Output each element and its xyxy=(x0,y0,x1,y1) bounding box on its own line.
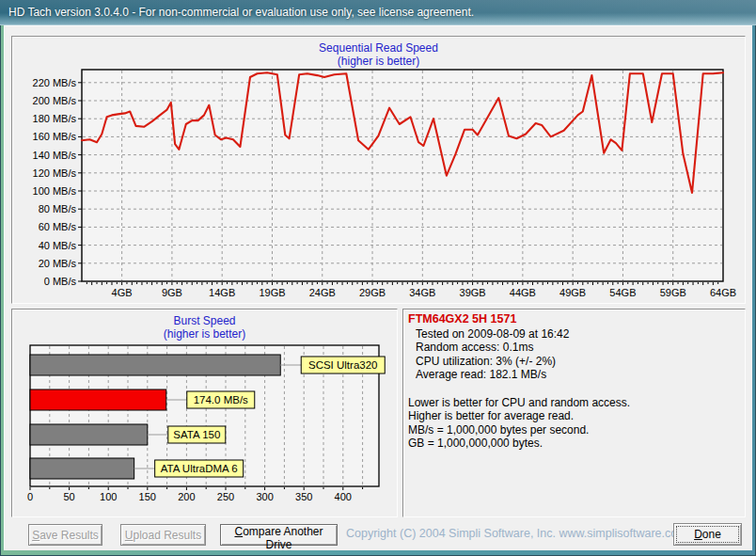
copyright-text: Copyright (C) 2004 Simpli Software, Inc.… xyxy=(346,527,675,540)
burst-bar xyxy=(30,458,134,479)
note-mbs-definition: MB/s = 1,000,000 bytes per second. xyxy=(408,423,739,437)
y-axis-label: 120 MB/s xyxy=(33,167,77,179)
x-axis-label: 64GB xyxy=(710,287,736,298)
x-axis-label: 49GB xyxy=(559,287,586,298)
x-axis-label: 4GB xyxy=(112,287,133,298)
seq-chart-title: Sequential Read Speed xyxy=(12,41,745,55)
upload-results-button[interactable]: Upload Results xyxy=(120,524,206,546)
bar-label: 174.0 MB/s xyxy=(194,394,248,405)
note-higher-better: Higher is better for average read. xyxy=(408,409,739,423)
burst-bar xyxy=(30,355,280,375)
x-axis-label: 200 xyxy=(178,491,195,502)
y-axis-label: 20 MB/s xyxy=(39,258,77,269)
y-axis-label: 180 MB/s xyxy=(33,113,77,124)
x-axis-label: 250 xyxy=(217,491,234,502)
burst-speed-panel: Burst Speed (higher is better) SCSI Ultr… xyxy=(11,309,398,517)
save-results-button[interactable]: Save Results xyxy=(28,524,102,546)
x-axis-label: 44GB xyxy=(510,287,536,298)
note-gb-definition: GB = 1,000,000,000 bytes. xyxy=(408,437,739,451)
x-axis-label: 9GB xyxy=(162,287,182,298)
done-button[interactable]: Done xyxy=(673,523,742,546)
x-axis-label: 150 xyxy=(139,491,156,502)
x-axis-label: 29GB xyxy=(359,287,386,298)
burst-chart-title: Burst Speed xyxy=(12,314,397,327)
sequential-read-chart: 4GB9GB14GB19GB24GB29GB34GB39GB44GB49GB54… xyxy=(12,37,743,301)
y-axis-label: 0 MB/s xyxy=(44,276,77,287)
seq-chart-subtitle: (higher is better) xyxy=(12,55,745,68)
x-axis-label: 0 xyxy=(27,491,33,502)
hdtach-window: HD Tach version 3.0.4.0 - For non-commer… xyxy=(0,0,756,556)
bar-label: SCSI Ultra320 xyxy=(308,359,378,371)
y-axis-label: 40 MB/s xyxy=(39,240,77,251)
x-axis-label: 19GB xyxy=(259,287,285,298)
sequential-read-panel: Sequential Read Speed (higher is better)… xyxy=(11,36,746,304)
x-axis-label: 300 xyxy=(256,491,273,502)
tested-on: Tested on 2009-08-09 at 16:42 xyxy=(408,327,739,342)
random-access: Random access: 0.1ms xyxy=(408,341,739,355)
y-axis-label: 200 MB/s xyxy=(33,95,77,106)
x-axis-label: 14GB xyxy=(209,287,235,298)
x-axis-label: 100 xyxy=(100,491,117,502)
y-axis-label: 60 MB/s xyxy=(39,221,77,232)
y-axis-label: 160 MB/s xyxy=(33,131,77,142)
x-axis-label: 24GB xyxy=(309,287,336,298)
burst-bar xyxy=(30,389,166,410)
note-lower-better: Lower is better for CPU and random acces… xyxy=(408,396,739,410)
x-axis-label: 54GB xyxy=(609,287,636,298)
y-axis-label: 140 MB/s xyxy=(33,150,77,161)
x-axis-label: 350 xyxy=(295,491,312,502)
titlebar[interactable]: HD Tach version 3.0.4.0 - For non-commer… xyxy=(0,0,756,25)
bar-label: ATA UltraDMA 6 xyxy=(161,463,238,474)
bar-label: SATA 150 xyxy=(173,429,220,440)
x-axis-label: 400 xyxy=(335,491,352,502)
y-axis-label: 100 MB/s xyxy=(33,185,77,197)
client-area: Sequential Read Speed (higher is better)… xyxy=(4,25,752,550)
burst-bar xyxy=(30,424,148,445)
compare-another-drive-button[interactable]: Compare Another Drive xyxy=(220,524,338,546)
y-axis-label: 80 MB/s xyxy=(39,203,77,214)
cpu-utilization: CPU utilization: 3% (+/- 2%) xyxy=(408,355,739,369)
drive-name: FTM64GX2 5H 1571 xyxy=(408,312,739,326)
x-axis-label: 59GB xyxy=(660,287,686,298)
y-axis-label: 220 MB/s xyxy=(33,77,77,88)
x-axis-label: 39GB xyxy=(460,287,486,298)
burst-chart-subtitle: (higher is better) xyxy=(12,327,397,341)
x-axis-label: 34GB xyxy=(409,287,435,298)
drive-info-panel: FTM64GX2 5H 1571 Tested on 2009-08-09 at… xyxy=(402,309,746,517)
average-read: Average read: 182.1 MB/s xyxy=(408,368,739,382)
done-button-label: Done xyxy=(676,526,739,543)
x-axis-label: 50 xyxy=(63,491,74,502)
window-title: HD Tach version 3.0.4.0 - For non-commer… xyxy=(8,6,474,19)
